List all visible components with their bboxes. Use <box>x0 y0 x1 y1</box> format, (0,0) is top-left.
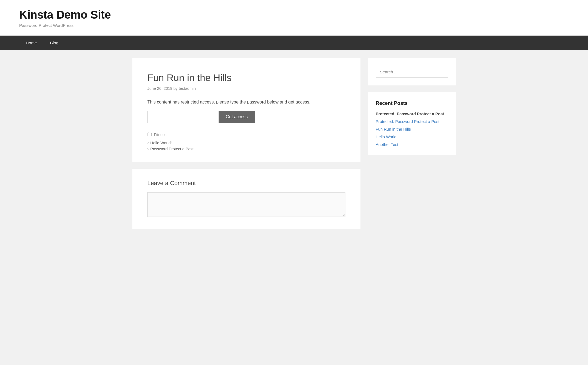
nav-item-home[interactable]: Home <box>19 36 44 50</box>
nav-link-blog[interactable]: Blog <box>44 36 65 50</box>
site-title: Kinsta Demo Site <box>19 8 569 21</box>
prev-post-link[interactable]: Hello World! <box>150 141 172 145</box>
site-tagline: Password Protect WordPress <box>19 23 569 28</box>
recent-post-item-4: Another Test <box>376 142 448 147</box>
category-link[interactable]: Fitness <box>154 133 166 137</box>
post-categories: Fitness <box>147 133 345 137</box>
password-input[interactable] <box>147 111 219 123</box>
recent-post-link-1[interactable]: Protected: Password Protect a Post <box>376 119 439 124</box>
get-access-button[interactable]: Get access <box>219 111 255 123</box>
site-header: Kinsta Demo Site Password Protect WordPr… <box>0 0 588 36</box>
recent-post-link-3[interactable]: Hello World! <box>376 135 398 139</box>
prev-arrow-icon: ‹ <box>147 141 149 145</box>
site-body: Fun Run in the Hills June 26, 2019 by te… <box>116 58 472 229</box>
recent-post-item-3: Hello World! <box>376 135 448 139</box>
post-card: Fun Run in the Hills June 26, 2019 by te… <box>132 58 360 162</box>
comment-section: Leave a Comment <box>132 169 360 229</box>
post-navigation: ‹ Hello World! › Password Protect a Post <box>147 141 345 151</box>
restricted-notice: This content has restricted access, plea… <box>147 99 345 105</box>
comment-title: Leave a Comment <box>147 180 345 187</box>
password-form: Get access <box>147 111 345 123</box>
nav-item-blog[interactable]: Blog <box>44 36 65 50</box>
recent-post-link-2[interactable]: Fun Run in the Hills <box>376 127 411 131</box>
sidebar: Recent Posts Protected: Password Protect… <box>368 58 456 229</box>
search-input[interactable] <box>376 66 448 78</box>
nav-link-home[interactable]: Home <box>19 36 44 50</box>
prev-post-item: ‹ Hello World! <box>147 141 345 145</box>
recent-post-item-2: Fun Run in the Hills <box>376 127 448 131</box>
recent-posts-title: Recent Posts <box>376 100 448 106</box>
comment-textarea[interactable] <box>147 192 345 217</box>
next-arrow-icon: › <box>147 147 149 151</box>
recent-post-link-4[interactable]: Another Test <box>376 142 398 147</box>
recent-post-item-0: Protected: Password Protect a Post <box>376 112 448 116</box>
post-meta: June 26, 2019 by testadmin <box>147 86 345 91</box>
next-post-link[interactable]: Password Protect a Post <box>150 147 194 151</box>
main-content: Fun Run in the Hills June 26, 2019 by te… <box>132 58 360 229</box>
recent-post-item-1: Protected: Password Protect a Post <box>376 119 448 124</box>
recent-posts-list: Protected: Password Protect a Post Prote… <box>376 112 448 147</box>
recent-posts-widget: Recent Posts Protected: Password Protect… <box>368 92 456 155</box>
folder-icon <box>147 133 152 137</box>
site-nav: Home Blog <box>0 36 588 50</box>
post-title: Fun Run in the Hills <box>147 72 345 84</box>
next-post-item: › Password Protect a Post <box>147 147 345 151</box>
search-widget <box>368 58 456 85</box>
